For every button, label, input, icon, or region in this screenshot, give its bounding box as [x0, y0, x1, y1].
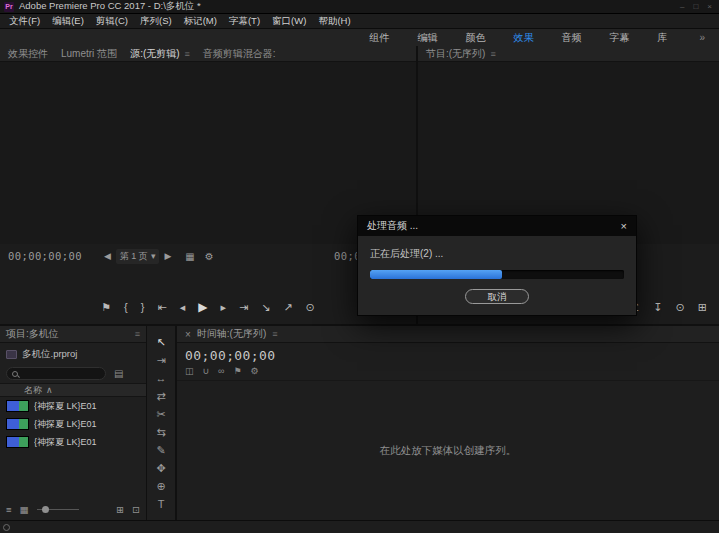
hand-tool[interactable]: ✥ — [156, 462, 165, 474]
nest-toggle[interactable]: ◫ — [185, 366, 194, 376]
bin-filter-icon[interactable]: ▤ — [114, 368, 123, 379]
zoom-slider-knob[interactable] — [42, 506, 49, 513]
project-item-row[interactable]: {神探夏 LK}E01 — [0, 433, 146, 451]
icon-view-button[interactable]: ▦ — [20, 504, 29, 515]
step-forward-button[interactable]: ▸ — [220, 300, 226, 314]
export-frame-button[interactable]: ⊙ — [676, 300, 685, 314]
ripple-edit-tool[interactable]: ↔ — [156, 372, 167, 384]
menu-item-titles[interactable]: 字幕(T) — [223, 15, 266, 28]
source-monitor-viewer — [0, 62, 416, 244]
project-item-row[interactable]: {神探夏 LK}E01 — [0, 415, 146, 433]
page-select[interactable]: 第 1 页 ▾ — [116, 249, 160, 264]
menu-item-edit[interactable]: 编辑(E) — [46, 15, 90, 28]
tab-program-monitor[interactable]: 节目:(无序列) — [426, 47, 485, 61]
slip-tool[interactable]: ⇆ — [156, 426, 165, 438]
zoom-slider[interactable] — [37, 509, 79, 510]
workspace-overflow-icon[interactable]: » — [699, 32, 711, 43]
close-button[interactable]: × — [707, 2, 712, 11]
new-item-button[interactable]: ⊡ — [132, 504, 140, 515]
events-indicator-icon[interactable] — [3, 524, 10, 531]
rate-stretch-tool[interactable]: ⇄ — [156, 390, 165, 402]
workspace-tab-color[interactable]: 颜色 — [451, 31, 499, 45]
razor-tool[interactable]: ✂ — [156, 408, 165, 420]
go-to-out-button[interactable]: ⇥ — [239, 300, 248, 314]
timeline-timecode: 00;00;00;00 — [177, 343, 719, 364]
menu-item-window[interactable]: 窗口(W) — [266, 15, 312, 28]
title-bar: Pr Adobe Premiere Pro CC 2017 - D:\多机位 *… — [0, 0, 719, 14]
processing-dialog: 处理音频 ... × 正在后处理(2) ... 取消 — [357, 215, 637, 316]
progress-fill — [370, 270, 502, 279]
menu-item-sequence[interactable]: 序列(S) — [134, 15, 178, 28]
mark-in-button[interactable]: { — [124, 300, 128, 314]
list-view-button[interactable]: ≡ — [6, 504, 12, 515]
clip-name: {神探夏 LK}E01 — [34, 418, 97, 431]
pen-tool[interactable]: ✎ — [156, 444, 165, 456]
tools-panel: ↖ ⇥ ↔ ⇄ ✂ ⇆ ✎ ✥ ⊕ T — [147, 326, 177, 520]
window-title: Adobe Premiere Pro CC 2017 - D:\多机位 * — [19, 0, 201, 13]
type-tool[interactable]: T — [158, 498, 165, 510]
project-item-row[interactable]: {神探夏 LK}E01 — [0, 397, 146, 415]
source-monitor-controls: 00;00;00;00 ◀ 第 1 页 ▾ ▶ ▦ ⚙ 00;00;00;00 — [0, 244, 416, 324]
menu-item-file[interactable]: 文件(F) — [3, 15, 46, 28]
overwrite-button[interactable]: ↗ — [283, 300, 292, 314]
tab-project[interactable]: 项目:多机位 — [6, 327, 59, 341]
play-button[interactable]: ▶ — [198, 300, 207, 314]
add-marker-button[interactable]: ⚑ — [101, 300, 111, 314]
minimize-button[interactable]: – — [680, 2, 684, 11]
panel-menu-icon[interactable]: ≡ — [490, 49, 495, 59]
clip-thumbnail — [6, 418, 29, 430]
step-back-button[interactable]: ◂ — [180, 300, 186, 314]
workspace-tab-assembly[interactable]: 组件 — [355, 31, 403, 45]
insert-button[interactable]: ↘ — [261, 300, 270, 314]
new-bin-button[interactable]: ⊞ — [116, 504, 124, 515]
timeline-settings-button[interactable]: ⚙ — [251, 366, 259, 376]
panel-menu-icon[interactable]: ≡ — [135, 329, 140, 339]
workspace-tab-libraries[interactable]: 库 — [643, 31, 681, 45]
workspace-tab-editing[interactable]: 编辑 — [403, 31, 451, 45]
snap-toggle[interactable]: ∪ — [203, 366, 210, 376]
menu-item-markers[interactable]: 标记(M) — [178, 15, 223, 28]
chevron-down-icon: ▾ — [151, 251, 156, 261]
panel-menu-icon[interactable]: ≡ — [185, 49, 190, 59]
cancel-button[interactable]: 取消 — [465, 289, 529, 304]
premiere-window: Pr Adobe Premiere Pro CC 2017 - D:\多机位 *… — [0, 0, 719, 533]
project-file-row[interactable]: 多机位.prproj — [0, 343, 146, 364]
tab-effect-controls[interactable]: 效果控件 — [8, 47, 48, 61]
linked-selection-toggle[interactable]: ∞ — [218, 366, 224, 376]
panel-menu-icon[interactable]: ≡ — [272, 329, 277, 339]
menu-item-help[interactable]: 帮助(H) — [312, 15, 356, 28]
tab-lumetri-scopes[interactable]: Lumetri 范围 — [61, 47, 117, 61]
tab-audio-clip-mixer[interactable]: 音频剪辑混合器: — [203, 47, 276, 61]
workspace-tab-effects[interactable]: 效果 — [499, 31, 547, 45]
lower-area: 项目:多机位 ≡ 多机位.prproj ▤ 名称 ∧ — [0, 324, 719, 520]
selection-tool[interactable]: ↖ — [156, 336, 165, 348]
page-next-icon[interactable]: ▶ — [164, 251, 171, 261]
tab-timeline[interactable]: 时间轴:(无序列) — [197, 327, 266, 341]
add-marker-button[interactable]: ⚑ — [234, 366, 242, 376]
page-prev-icon[interactable]: ◀ — [104, 251, 111, 261]
go-to-in-button[interactable]: ⇤ — [157, 300, 166, 314]
source-transport-bar: ⚑ { } ⇤ ◂ ▶ ▸ ⇥ ↘ ↗ ⊙ — [8, 296, 408, 318]
wrench-settings-icon[interactable]: ⚙ — [205, 251, 214, 262]
project-panel: 项目:多机位 ≡ 多机位.prproj ▤ 名称 ∧ — [0, 326, 147, 520]
column-header-name[interactable]: 名称 ∧ — [0, 383, 146, 397]
project-file-icon — [6, 350, 17, 359]
maximize-button[interactable]: □ — [693, 2, 698, 11]
comparison-view-button[interactable]: ⊞ — [698, 300, 707, 314]
workspace-tab-audio[interactable]: 音频 — [547, 31, 595, 45]
timeline-drop-zone[interactable]: 在此处放下媒体以创建序列。 — [177, 381, 719, 520]
menu-item-clip[interactable]: 剪辑(C) — [90, 15, 134, 28]
dialog-close-icon[interactable]: × — [621, 221, 627, 232]
track-select-tool[interactable]: ⇥ — [156, 354, 165, 366]
export-frame-button[interactable]: ⊙ — [306, 300, 315, 314]
tab-source-monitor[interactable]: 源:(无剪辑) — [130, 47, 179, 61]
project-panel-footer: ≡ ▦ ⊞ ⊡ — [0, 502, 146, 520]
timeline-empty-message: 在此处放下媒体以创建序列。 — [380, 444, 517, 458]
search-input[interactable] — [22, 369, 100, 379]
display-settings-icon[interactable]: ▦ — [185, 251, 194, 262]
zoom-tool[interactable]: ⊕ — [156, 480, 165, 492]
workspace-tab-titles[interactable]: 字幕 — [595, 31, 643, 45]
extract-button[interactable]: ↧ — [653, 300, 662, 314]
mark-out-button[interactable]: } — [141, 300, 145, 314]
close-icon[interactable]: × — [185, 329, 191, 340]
